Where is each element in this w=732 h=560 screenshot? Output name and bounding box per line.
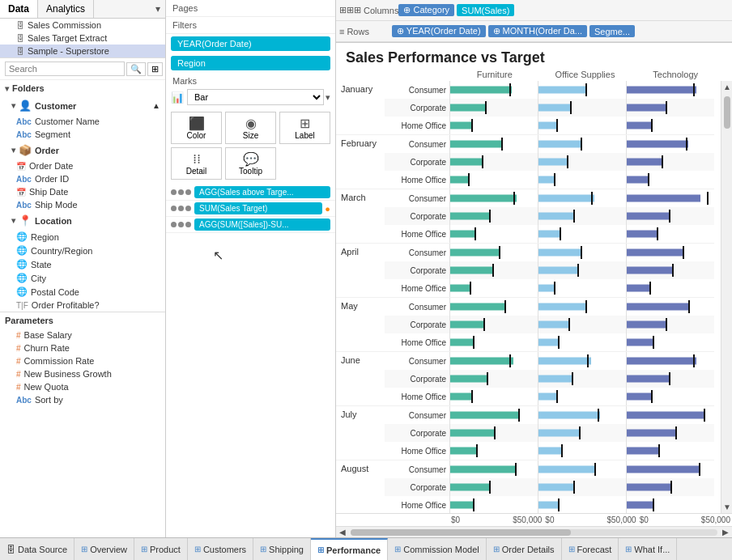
tree-item-ship-mode[interactable]: Abc Ship Mode [0,198,165,211]
chart-vscroll[interactable]: ▲ ▼ [721,81,732,513]
tab-analytics[interactable]: Analytics [38,0,94,18]
marks-color-button[interactable]: ⬛ Color [171,112,222,144]
target-line-0 [470,282,471,295]
tree-item-state[interactable]: 🌐 State [0,257,165,271]
pill-year-order-date[interactable]: ⊕ YEAR(Order Date) [392,25,486,37]
scroll-up-button[interactable]: ▲ [721,81,732,93]
target-line-0 [485,101,487,114]
tab-order-details[interactable]: ⊞ Order Details [487,538,562,560]
hscroll-right-button[interactable]: ▶ [721,528,730,537]
pill-segment[interactable]: Segme... [589,25,635,37]
marks-type-select[interactable]: Bar [187,89,324,105]
marks-size-button[interactable]: ◉ Size [225,112,276,144]
datasource-sales-commission[interactable]: 🗄 Sales Commission [0,19,165,32]
marks-detail-button[interactable]: ⁞⁞ Detail [171,147,222,180]
param-base-salary[interactable]: # Base Salary [0,329,165,342]
bar-0 [450,213,489,220]
pill-sum-sales[interactable]: SUM(Sales) [457,4,514,16]
filter-year[interactable]: YEAR(Order Date) [171,36,330,51]
target-line-0 [475,227,476,240]
segment-row-consumer: Consumer [385,189,714,207]
target-line-0 [487,372,488,385]
col-group-0 [449,478,538,496]
marks-label: Marks [166,73,335,87]
tab-datasource[interactable]: 🗄 Data Source [0,538,74,560]
marks-label-button[interactable]: ⊞ Label [279,112,330,144]
hash-icon: # [16,331,21,340]
param-new-business-growth[interactable]: # New Business Growth [0,367,165,380]
grid-view-button[interactable]: ⊞ [147,62,163,76]
search-button[interactable]: 🔍 [126,62,146,76]
columns-shelf-label: ⊞⊞⊞ Columns [339,5,398,15]
tree-item-order-date[interactable]: 📅 Order Date [0,159,165,172]
segment-label-corporate: Corporate [385,104,449,112]
customer-group-header[interactable]: ▾ 👤 Customer ▲ [0,96,165,115]
tree-item-order-id[interactable]: Abc Order ID [0,172,165,185]
tab-product[interactable]: ⊞ Product [134,538,188,560]
tree-item-region[interactable]: 🌐 Region [0,230,165,244]
pill-edit-icon[interactable]: ● [325,204,330,214]
col-group-1 [538,442,626,460]
tab-overview[interactable]: ⊞ Overview [74,538,134,560]
tab-performance[interactable]: ⊞ Performance [311,538,388,560]
tree-item-city[interactable]: 🌐 City [0,271,165,285]
target-line-1 [556,119,558,132]
pill-agg-sum-sales[interactable]: AGG(SUM([Sales])-SU... [194,218,330,231]
tree-item-ship-date[interactable]: 📅 Ship Date [0,185,165,198]
tab-data[interactable]: Data [0,0,38,18]
col-group-0 [449,352,538,370]
segment-row-corporate: Corporate [385,99,714,117]
tree-item-segment[interactable]: Abc Segment [0,128,165,141]
col-group-2 [626,388,714,405]
hscroll-bar[interactable] [351,529,717,536]
globe-icon: 🌐 [16,245,28,256]
search-input[interactable] [5,62,125,76]
tree-item-customer-name[interactable]: Abc Customer Name [0,115,165,128]
tree-item-order-profitable[interactable]: T|F Order Profitable? [0,299,165,312]
bar-0 [450,267,492,274]
scroll-thumb[interactable] [721,93,732,501]
target-line-2 [670,481,672,494]
param-churn-rate[interactable]: # Churn Rate [0,342,165,354]
scroll-up-icon[interactable]: ▲ [152,101,160,110]
tab-customers[interactable]: ⊞ Customers [188,538,253,560]
marks-dropdown-arrow[interactable]: ▾ [326,92,330,103]
datasource-sales-target[interactable]: 🗄 Sales Target Extract [0,32,165,45]
location-group-header[interactable]: ▾ 📍 Location [0,211,165,230]
segment-row-home-office: Home Office [385,225,714,243]
pill-row-0: AGG(Sales above Targe... [166,185,335,201]
chart-rows-area[interactable]: JanuaryConsumerCorporateHome OfficeFebru… [336,81,721,513]
segment-row-corporate: Corporate [385,370,714,388]
marks-tooltip-button[interactable]: 💬 Tooltip [225,147,276,180]
filter-region[interactable]: Region [171,56,330,70]
folders-header[interactable]: ▾ Folders [0,80,165,96]
tab-commission-model[interactable]: ⊞ Commission Model [388,538,487,560]
tab-shipping[interactable]: ⊞ Shipping [253,538,311,560]
tree-item-country[interactable]: 🌐 Country/Region [0,244,165,257]
target-line-1 [573,481,575,494]
order-group-header[interactable]: ▾ 📦 Order [0,141,165,159]
chart-rows-wrapper: JanuaryConsumerCorporateHome OfficeFebru… [336,81,732,513]
pill-month-order-date[interactable]: ⊕ MONTH(Order Da... [488,25,587,37]
segment-label-consumer: Consumer [385,140,449,149]
target-line-2 [669,372,670,385]
col-group-1 [538,99,626,117]
expand-icon: ▾ [11,101,15,110]
tab-what-if[interactable]: ⊞ What If... [619,538,677,560]
panel-tab-dropdown[interactable]: ▾ [151,0,165,18]
pill-sum-sales-target[interactable]: SUM(Sales Target) [194,202,322,214]
col-group-2 [626,316,714,333]
datasource-superstore[interactable]: 🗄 Sample - Superstore [0,45,165,57]
hscroll-thumb[interactable] [351,529,571,536]
col-group-2 [626,207,714,225]
cylinder-icon: 🗄 [16,21,24,30]
param-sort-by[interactable]: Abc Sort by [0,393,165,406]
hscroll-left-button[interactable]: ◀ [338,528,347,537]
scroll-down-button[interactable]: ▼ [721,501,732,513]
tab-forecast[interactable]: ⊞ Forecast [562,538,619,560]
param-commission-rate[interactable]: # Commission Rate [0,354,165,367]
param-new-quota[interactable]: # New Quota [0,380,165,393]
tree-item-postal-code[interactable]: 🌐 Postal Code [0,285,165,299]
pill-sales-above-target[interactable]: AGG(Sales above Targe... [194,186,330,198]
pill-category[interactable]: ⊕ Category [398,4,454,16]
